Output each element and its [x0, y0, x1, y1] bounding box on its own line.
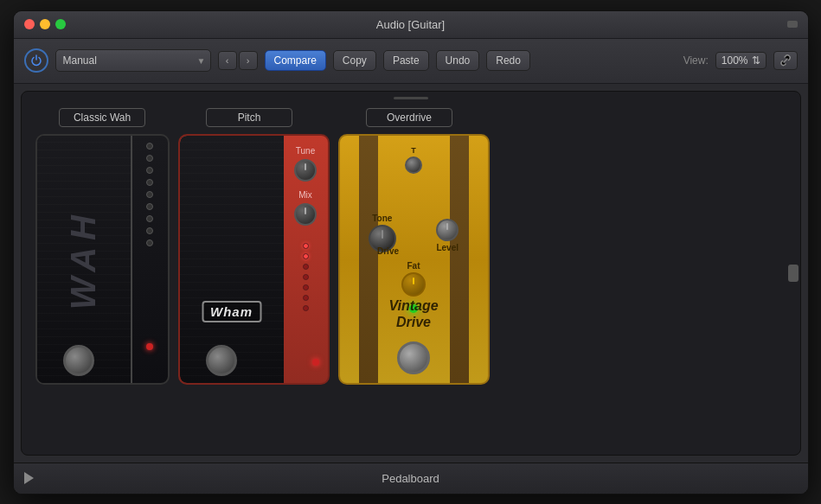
mix-knob[interactable] — [294, 203, 317, 226]
pitch-label-button[interactable]: Pitch — [206, 108, 292, 127]
wah-dot-8 — [146, 227, 153, 234]
redo-button[interactable]: Redo — [486, 50, 530, 71]
wah-label-button[interactable]: Classic Wah — [59, 108, 145, 127]
fat-label: Fat — [407, 261, 420, 271]
toolbar-right: View: 100% ⇅ — [683, 51, 798, 70]
fat-knob[interactable] — [401, 272, 426, 297]
wah-footswitch[interactable] — [63, 345, 94, 376]
view-stepper-icon: ⇅ — [752, 54, 760, 67]
view-value: 100% — [722, 54, 748, 67]
pitch-led-1 — [303, 243, 309, 249]
pitch-led-4 — [303, 274, 309, 280]
wah-label: Classic Wah — [74, 112, 131, 124]
play-button[interactable] — [24, 472, 34, 484]
mix-label: Mix — [298, 190, 312, 200]
view-control[interactable]: 100% ⇅ — [715, 52, 766, 69]
overdrive-pedal-wrapper: Overdrive T Tone — [330, 108, 490, 385]
toolbar: Manual ▼ ‹ › Compare Copy Paste Undo Red… — [14, 39, 808, 84]
overdrive-pedal: T Tone Level — [338, 134, 490, 385]
tone-label: Tone — [372, 214, 392, 223]
pedalboard: Classic Wah WAH — [21, 91, 801, 456]
wah-side — [132, 136, 168, 383]
paste-button[interactable]: Paste — [383, 50, 429, 71]
power-button[interactable] — [24, 48, 48, 73]
pitch-led-7 — [303, 305, 309, 311]
wah-text: WAH — [64, 208, 103, 309]
pedals-area: Classic Wah WAH — [22, 101, 800, 455]
mix-knob-group: Mix — [294, 190, 317, 226]
nav-buttons: ‹ › — [218, 51, 258, 70]
chain-icon — [779, 54, 792, 67]
od-brand-text: Vintage Drive — [388, 297, 438, 330]
pitch-rocker[interactable]: Wham — [180, 136, 284, 383]
od-top-knob[interactable] — [405, 156, 422, 174]
wah-pedal-wrapper: Classic Wah WAH — [35, 108, 170, 385]
main-window: Audio [Guitar] Manual ▼ ‹ › Compare Copy… — [13, 10, 809, 494]
preset-selector[interactable]: Manual — [55, 49, 211, 72]
window-title: Audio [Guitar] — [376, 18, 446, 31]
compare-button[interactable]: Compare — [265, 50, 326, 71]
wah-dot-3 — [146, 167, 153, 174]
pitch-leds — [303, 243, 309, 311]
power-icon — [30, 54, 42, 67]
pitch-led-3 — [303, 264, 309, 270]
undo-button[interactable]: Undo — [436, 50, 480, 71]
drag-handle-bar — [394, 97, 428, 99]
drag-handle — [22, 92, 800, 101]
whammy-brand: Wham — [202, 301, 261, 322]
wah-dot-5 — [146, 191, 153, 198]
tune-knob[interactable] — [294, 159, 317, 182]
od-top-label: T — [411, 146, 416, 155]
pitch-label: Pitch — [238, 112, 261, 124]
od-drive-level-labels: Drive — [340, 246, 488, 256]
wah-dot-7 — [146, 215, 153, 222]
preset-selector-wrapper: Manual ▼ — [55, 49, 211, 72]
wah-dot-9 — [146, 239, 153, 246]
maximize-button[interactable] — [55, 19, 66, 29]
title-bar: Audio [Guitar] — [14, 11, 808, 39]
chain-link-button[interactable] — [773, 51, 798, 70]
wah-dot-6 — [146, 203, 153, 210]
pitch-led-6 — [303, 295, 309, 301]
copy-button[interactable]: Copy — [333, 50, 376, 71]
level-knob[interactable] — [436, 219, 459, 241]
pitch-led-indicator — [312, 359, 319, 366]
od-stripe-left — [359, 136, 378, 383]
nav-back-button[interactable]: ‹ — [218, 51, 237, 70]
pitch-pedal-wrapper: Pitch Wham Tune Mix — [170, 108, 330, 385]
od-top-knob-group: T — [405, 146, 422, 174]
tune-label: Tune — [296, 146, 315, 156]
wah-pedal: WAH — [35, 134, 170, 385]
nav-forward-button[interactable]: › — [239, 51, 258, 70]
pedalboard-title: Pedalboard — [382, 472, 439, 485]
main-area: Classic Wah WAH — [14, 84, 808, 463]
tune-knob-group: Tune — [294, 146, 317, 182]
pitch-pedal: Wham Tune Mix — [178, 134, 330, 385]
close-button[interactable] — [24, 19, 35, 29]
overdrive-label: Overdrive — [387, 112, 432, 124]
wah-dot-1 — [146, 143, 153, 150]
od-footswitch[interactable] — [397, 341, 430, 374]
fat-knob-group: Fat — [401, 261, 426, 297]
wah-led — [146, 343, 153, 350]
wah-dot-2 — [146, 155, 153, 162]
minimize-button[interactable] — [40, 19, 50, 29]
overdrive-label-button[interactable]: Overdrive — [366, 108, 452, 127]
pitch-led-2 — [303, 253, 309, 259]
drive-label: Drive — [377, 246, 399, 256]
scroll-indicator[interactable] — [788, 265, 799, 282]
wah-dot-4 — [146, 179, 153, 186]
bottom-bar: Pedalboard — [14, 463, 808, 494]
pitch-side: Tune Mix — [284, 136, 328, 383]
view-label: View: — [683, 54, 709, 67]
pitch-footswitch[interactable] — [206, 345, 237, 376]
window-controls — [24, 19, 66, 29]
drive-text: Drive — [396, 315, 431, 329]
window-resize-handle — [787, 21, 798, 28]
pitch-led-5 — [303, 284, 309, 290]
od-stripe-right — [450, 136, 469, 383]
vintage-text: Vintage — [388, 298, 438, 313]
